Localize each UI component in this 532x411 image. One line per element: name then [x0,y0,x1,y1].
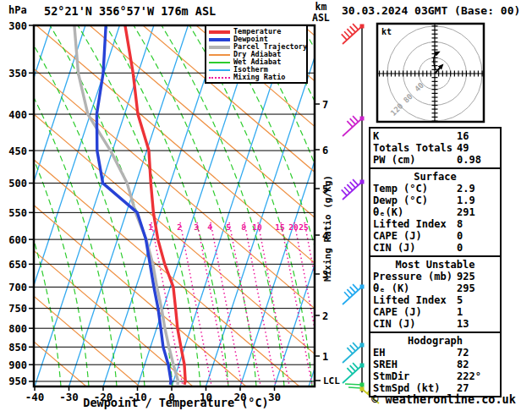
stats-box: HodographEH72SREH82StmDir222°StmSpd (kt)… [369,332,502,397]
stats-row-label: CIN (J) [373,318,457,330]
stats-row-label: PW (cm) [373,154,457,166]
mixing-ratio-line [258,222,289,386]
stats-box-header: Most Unstable [373,259,497,271]
stats-row-label: CIN (J) [373,242,457,254]
mixing-ratio-value-label: 10 [252,222,262,232]
stats-row-label: Temp (°C) [373,183,457,195]
stats-row-value: 72 [457,347,497,359]
wind-barb [343,284,365,304]
pressure-tick-label: 450 [8,145,27,157]
km-tick-label: 2 [322,310,328,322]
mixing-ratio-axis-label: Mixing Ratio (g/kg) [322,175,333,282]
mixing-ratio-value-label: 4 [207,222,212,232]
mixing-ratio-line [197,222,228,386]
stats-row: θₑ (K)295 [373,282,497,294]
stats-row-label: CAPE (J) [373,306,457,318]
wet-adiabat-line [0,25,5,386]
pressure-tick-label: 550 [8,207,27,219]
wind-barb [343,363,365,383]
hodograph: 4080120kt [377,24,484,122]
stats-row-value: 2.9 [457,183,497,195]
hodograph-unit-label: kt [381,27,392,36]
stats-row-label: θₑ(K) [373,206,457,218]
isotherm-line [35,25,154,386]
stats-row: Temp (°C)2.9 [373,183,497,195]
wind-barb [342,179,365,200]
stats-row: Totals Totals49 [373,142,497,154]
legend-swatch-thick [209,46,230,49]
mixing-ratio-value-label: 15 [275,222,285,232]
mixing-ratio-value-label: 3 [194,222,199,232]
stats-row-label: Dewp (°C) [373,195,457,206]
datetime-label: 30.03.2024 03GMT (Base: 00) [342,4,520,17]
km-tick-label: 7 [322,99,328,111]
stats-row-value: 16 [457,130,497,142]
legend-entry: Mixing Ratio [209,74,304,81]
stats-row-label: StmDir [373,370,457,382]
mixing-ratio-value-label: 25 [299,222,309,232]
stats-row: Lifted Index5 [373,294,497,306]
pressure-tick-label: 700 [8,282,27,293]
stats-row-value: 8 [457,218,497,230]
pressure-tick-label: 600 [8,234,27,246]
legend-swatch-thin [209,54,230,56]
km-tick-label: 1 [322,351,328,363]
stats-row-value: 82 [457,359,497,370]
km-tick-label: 6 [322,145,328,156]
stats-row: CAPE (J)1 [373,306,497,318]
stats-panel: K16Totals Totals49PW (cm)0.98SurfaceTemp… [369,127,502,397]
stats-row: SREH82 [373,359,497,370]
pressure-tick-label: 300 [8,20,27,32]
pressure-tick-label: 850 [8,342,27,353]
stats-row: Pressure (mb)925 [373,271,497,282]
wind-barb [343,116,365,136]
stats-row-value: 0 [457,230,497,242]
stats-row-value: 1 [457,306,497,318]
legend-swatch-thick [209,30,230,34]
stats-row: CIN (J)0 [373,242,497,254]
pressure-tick-label: 750 [8,303,27,315]
stats-row-value: 925 [457,271,497,282]
legend-swatch-dotted [209,77,230,79]
dry-adiabat-line [0,25,193,386]
pressure-tick-label: 800 [8,323,27,335]
stats-row-label: SREH [373,359,457,370]
stats-box: K16Totals Totals49PW (cm)0.98 [369,127,502,169]
mixing-ratio-line [211,222,242,386]
stats-row: StmDir222° [373,370,497,382]
legend-label: Mixing Ratio [233,74,285,81]
stats-row-label: Lifted Index [373,294,457,306]
stats-row-value: 291 [457,206,497,218]
stats-row-value: 13 [457,318,497,330]
altitude-unit-asl: ASL [312,13,330,24]
stats-row-value: 0 [457,242,497,254]
pressure-tick-label: 500 [8,178,27,189]
stats-row-value: 222° [457,370,497,382]
copyright-footer: © weatheronline.co.uk [355,392,532,406]
stats-row-label: K [373,130,457,142]
stats-row-label: Pressure (mb) [373,271,457,282]
legend-swatch-thick [209,38,230,41]
wind-barb [343,342,365,363]
pressure-tick-label: 950 [8,375,27,387]
dry-adiabat-line [0,25,406,386]
mixing-ratio-value-label: 2 [177,222,182,232]
lcl-label: LCL [323,375,340,386]
stats-row: CIN (J)13 [373,318,497,330]
stats-box: Most UnstablePressure (mb)925θₑ (K)295Li… [369,255,502,333]
stats-row-value: 49 [457,142,497,154]
stats-row: K16 [373,130,497,142]
pressure-tick-label: 900 [8,359,27,371]
stats-row-label: CAPE (J) [373,230,457,242]
legend-box: TemperatureDewpointParcel TrajectoryDry … [205,25,308,84]
skewt-sounding-page: 3003504004505005506006507007508008509009… [0,0,532,411]
stats-row-value: 5 [457,294,497,306]
stats-row-label: Totals Totals [373,142,457,154]
legend-swatch-thin [209,69,230,71]
stats-box-header: Hodograph [373,335,497,347]
stats-row-label: θₑ (K) [373,282,457,294]
sounding-curves [74,25,185,385]
stats-row-value: 295 [457,282,497,294]
legend-swatch-thin [209,62,230,63]
stats-row: PW (cm)0.98 [373,154,497,166]
